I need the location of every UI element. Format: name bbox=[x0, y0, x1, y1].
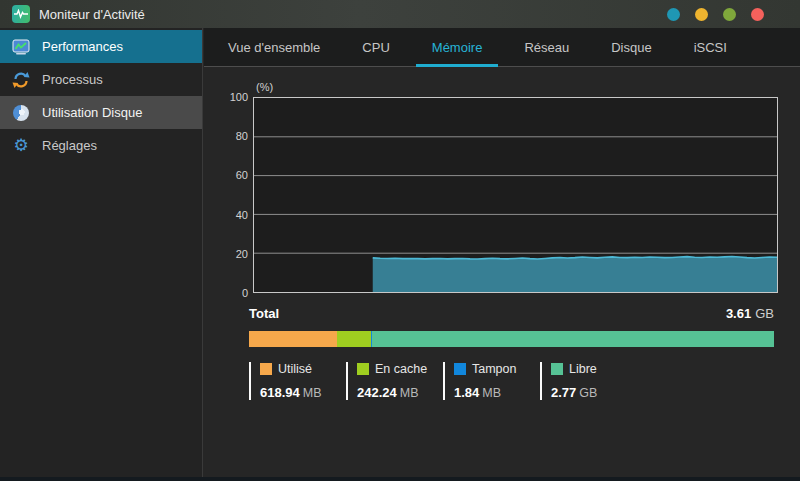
legend-value: 618.94 bbox=[260, 385, 300, 400]
legend-label: En cache bbox=[375, 362, 427, 376]
memory-bar-segment bbox=[372, 331, 774, 347]
memory-usage-chart: (%) 020406080100 bbox=[204, 81, 800, 293]
performance-chart-icon bbox=[12, 38, 30, 56]
status-dots bbox=[667, 8, 764, 21]
total-value: 3.61 bbox=[726, 306, 751, 321]
sidebar: Performances Processus Utilisation Disqu… bbox=[0, 28, 203, 481]
traffic-dot[interactable] bbox=[695, 8, 708, 21]
y-axis-tick-label: 80 bbox=[204, 130, 248, 142]
legend-unit: MB bbox=[482, 386, 501, 400]
y-axis-unit-label: (%) bbox=[256, 81, 800, 97]
y-axis-tick-label: 40 bbox=[204, 209, 248, 221]
legend-unit: MB bbox=[400, 386, 419, 400]
memory-bar-segment bbox=[249, 331, 337, 347]
window-title: Moniteur d'Activité bbox=[39, 7, 145, 22]
tab-bar: Vue d'ensemble CPU Mémoire Réseau Disque… bbox=[204, 28, 800, 67]
main-panel: Vue d'ensemble CPU Mémoire Réseau Disque… bbox=[204, 28, 800, 481]
legend-item-tampon: Tampon 1.84MB bbox=[443, 362, 540, 400]
traffic-dot[interactable] bbox=[751, 8, 764, 21]
activity-monitor-app-icon bbox=[12, 5, 30, 23]
sidebar-item-label: Utilisation Disque bbox=[42, 105, 142, 120]
chart-plot-area bbox=[253, 97, 778, 293]
legend-item-libre: Libre 2.77GB bbox=[540, 362, 597, 400]
y-axis-tick-label: 100 bbox=[204, 91, 248, 103]
tab-disque[interactable]: Disque bbox=[595, 28, 667, 66]
legend-swatch bbox=[260, 363, 272, 375]
legend-label: Libre bbox=[569, 362, 597, 376]
titlebar: Moniteur d'Activité bbox=[0, 0, 800, 28]
legend-unit: GB bbox=[579, 386, 597, 400]
sidebar-item-processus[interactable]: Processus bbox=[0, 63, 202, 96]
legend-label: Tampon bbox=[472, 362, 516, 376]
legend-value: 1.84 bbox=[454, 385, 479, 400]
legend-label: Utilisé bbox=[278, 362, 312, 376]
y-axis-tick-label: 60 bbox=[204, 169, 248, 181]
legend-item-en-cache: En cache 242.24MB bbox=[346, 362, 443, 400]
tab-vue-densemble[interactable]: Vue d'ensemble bbox=[212, 28, 336, 66]
total-unit: GB bbox=[755, 306, 774, 321]
tab-iscsi[interactable]: iSCSI bbox=[678, 28, 743, 66]
sidebar-item-label: Processus bbox=[42, 72, 103, 87]
sidebar-item-label: Réglages bbox=[42, 138, 97, 153]
tab-cpu[interactable]: CPU bbox=[346, 28, 405, 66]
traffic-dot[interactable] bbox=[723, 8, 736, 21]
sidebar-item-utilisation-disque[interactable]: Utilisation Disque bbox=[0, 96, 202, 129]
sidebar-item-label: Performances bbox=[42, 39, 123, 54]
sidebar-item-performances[interactable]: Performances bbox=[0, 30, 202, 63]
y-axis-tick-label: 20 bbox=[204, 248, 248, 260]
legend-swatch bbox=[357, 363, 369, 375]
legend-swatch bbox=[551, 363, 563, 375]
traffic-dot[interactable] bbox=[667, 8, 680, 21]
gear-icon: ⚙ bbox=[12, 137, 30, 155]
legend-value: 2.77 bbox=[551, 385, 576, 400]
y-axis-tick-label: 0 bbox=[204, 287, 248, 299]
process-arrows-icon bbox=[12, 71, 30, 89]
window-bottom-edge bbox=[0, 477, 800, 481]
tab-reseau[interactable]: Réseau bbox=[508, 28, 585, 66]
legend-value: 242.24 bbox=[357, 385, 397, 400]
total-row: Total 3.61 GB bbox=[249, 306, 774, 322]
memory-bar-segment bbox=[337, 331, 371, 347]
total-label: Total bbox=[249, 306, 279, 321]
legend-unit: MB bbox=[303, 386, 322, 400]
legend-swatch bbox=[454, 363, 466, 375]
tab-memoire[interactable]: Mémoire bbox=[416, 28, 499, 66]
disk-usage-icon bbox=[12, 104, 30, 122]
sidebar-item-reglages[interactable]: ⚙ Réglages bbox=[0, 129, 202, 162]
memory-stacked-bar bbox=[249, 331, 774, 347]
legend-item-utilise: Utilisé 618.94MB bbox=[249, 362, 346, 400]
memory-legend: Utilisé 618.94MB En cache 242.24MB Tampo… bbox=[249, 362, 774, 400]
